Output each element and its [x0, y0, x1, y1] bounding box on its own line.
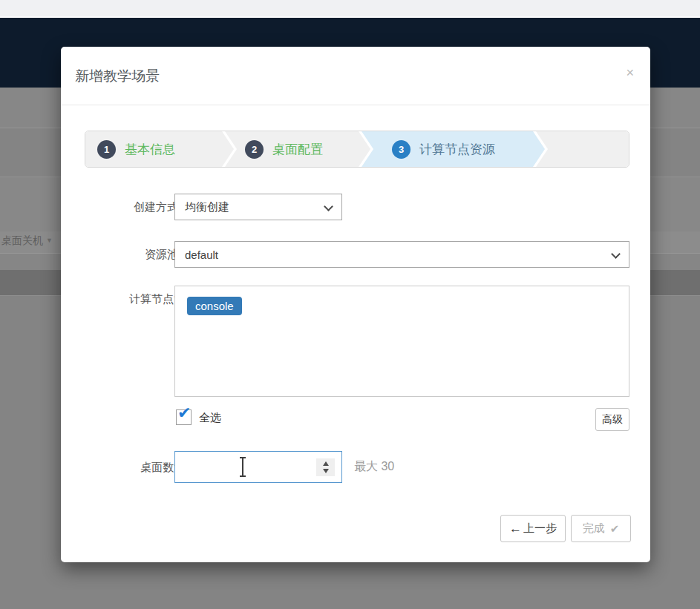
number-spinner[interactable]: [316, 458, 335, 476]
desktop-count-label: 桌面数*: [74, 461, 178, 475]
finish-button[interactable]: 完成 ✔: [571, 515, 631, 542]
resource-pool-label: 资源池: [74, 248, 178, 262]
desktop-shutdown-dropdown[interactable]: 桌面关机▼: [1, 234, 53, 248]
resource-pool-value: default: [185, 248, 218, 261]
compute-node-label-text: 计算节点: [129, 292, 174, 305]
desktop-shutdown-label: 桌面关机: [1, 234, 43, 246]
previous-step-label: 上一步: [523, 521, 557, 536]
desktop-count-label-text: 桌面数: [140, 461, 174, 473]
step-2-badge: 2: [245, 140, 264, 159]
finish-label: 完成: [583, 521, 605, 536]
text-cursor-bar: [242, 458, 243, 476]
select-all-label: 全选: [199, 411, 221, 425]
text-cursor-pointer: [239, 457, 246, 477]
step-3-badge: 3: [392, 140, 410, 159]
create-mode-value: 均衡创建: [185, 200, 229, 214]
wizard-stepper: 1 基本信息 2 桌面配置 3 计算节点资源: [85, 131, 629, 168]
step-1-badge: 1: [97, 140, 116, 159]
step-3-label: 计算节点资源: [419, 141, 495, 158]
modal-title: 新增教学场景: [75, 67, 160, 86]
desktop-count-field: [174, 451, 342, 483]
resource-pool-select[interactable]: default: [174, 241, 629, 268]
add-teaching-scenario-modal: 新增教学场景 × 1 基本信息 2 桌面配置 3 计算节点资源 创建方式 均衡创…: [61, 47, 650, 562]
step-desktop-config[interactable]: 2 桌面配置: [225, 131, 370, 167]
create-mode-label-text: 创建方式: [134, 200, 178, 213]
browser-strip: [0, 0, 700, 16]
chevron-down-icon: [611, 249, 621, 259]
compute-node-list[interactable]: console: [174, 286, 629, 397]
create-mode-select[interactable]: 均衡创建: [174, 194, 342, 220]
arrow-left-icon: ←: [509, 521, 522, 536]
check-icon: ✔: [610, 522, 620, 536]
caret-down-icon: ▼: [46, 237, 53, 244]
desktop-count-hint: 最大 30: [354, 459, 394, 475]
stepper-filler: [536, 131, 629, 167]
spinner-up-icon[interactable]: [323, 461, 329, 466]
advanced-button[interactable]: 高级: [595, 408, 629, 431]
chevron-down-icon: [324, 202, 333, 211]
previous-step-button[interactable]: ← 上一步: [500, 515, 566, 542]
spinner-down-icon[interactable]: [323, 469, 329, 473]
compute-node-label: 计算节点*: [74, 292, 178, 306]
step-1-label: 基本信息: [125, 141, 175, 158]
select-all-checkbox[interactable]: ✔: [176, 409, 192, 425]
step-basic-info[interactable]: 1 基本信息: [85, 131, 234, 167]
node-tag-console[interactable]: console: [187, 297, 242, 315]
modal-header: 新增教学场景 ×: [61, 47, 650, 105]
check-icon: ✔: [177, 405, 191, 421]
step-compute-node-resources[interactable]: 3 计算节点资源: [362, 131, 545, 167]
close-icon[interactable]: ×: [626, 66, 634, 79]
step-2-label: 桌面配置: [272, 141, 323, 158]
resource-pool-label-text: 资源池: [145, 248, 178, 260]
screen: 桌面关机▼ 新增教学场景 × 1 基本信息 2 桌面配置 3 计算节点资源: [0, 0, 700, 609]
create-mode-label: 创建方式: [74, 200, 178, 214]
